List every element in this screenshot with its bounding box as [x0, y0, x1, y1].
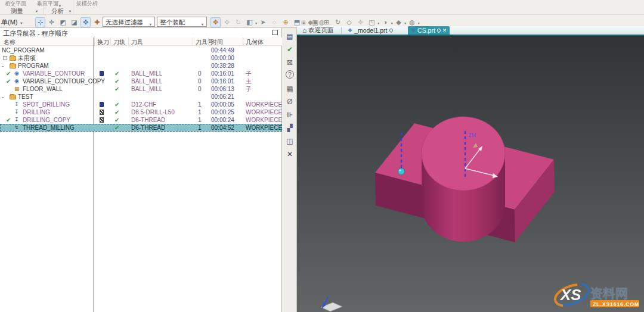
view-triad — [321, 297, 342, 311]
highlight-select-icon[interactable]: ✜ — [80, 17, 91, 27]
column-separator — [110, 38, 111, 46]
tool-number: 1 — [198, 101, 202, 108]
tree-expander[interactable] — [3, 56, 7, 60]
table-row[interactable]: ↯THREAD_MILLING✔D6-THREAD100:04:52WORKPI… — [0, 124, 282, 132]
menu-button[interactable]: 单(M) ▼ — [1, 18, 24, 27]
table-row[interactable]: ↧DRILLING✔D8.5-DRILL-L50100:00:25WORKPIE… — [0, 108, 282, 116]
table-row[interactable]: NC_PROGRAM00:44:49 — [0, 46, 282, 54]
home-icon: ⌂ — [302, 27, 306, 34]
machining-time: 00:04:52 — [211, 124, 234, 132]
hd3d-tools-icon[interactable]: Ø — [284, 96, 295, 107]
watermark: XS 资料网 ZL.XS1616.COM — [551, 280, 642, 312]
tool-tip-ball — [398, 169, 405, 175]
machining-time: 00:44:49 — [211, 46, 234, 54]
ribbon-cut-button-3[interactable]: 拔模分析 — [76, 0, 98, 8]
table-row[interactable]: -TEST00:06:21 — [0, 93, 282, 101]
machining-time: 00:06:21 — [211, 93, 234, 101]
move-object-icon[interactable]: ✥ — [222, 17, 232, 27]
contour-operation-icon: ◉ — [14, 77, 19, 85]
help-icon[interactable]: ? — [286, 70, 294, 79]
column-header-3[interactable]: 刀具 — [131, 38, 143, 46]
toolpath-ok-icon: ✔ — [114, 101, 119, 108]
part-file-icon: ❖ — [348, 27, 352, 33]
column-header-0[interactable]: 名称 — [4, 38, 16, 46]
tool-number: 1 — [198, 124, 202, 132]
tool-number: 1 — [198, 116, 202, 124]
chevron-down-icon[interactable]: ▼ — [35, 10, 39, 13]
drill-operation-icon: ↧ — [14, 108, 19, 116]
assembly-navigator-icon[interactable]: ▤ — [284, 31, 295, 42]
table-row[interactable]: 未用项00:00:00 — [0, 54, 282, 62]
select-face-icon[interactable]: ◩ — [58, 17, 68, 27]
pin-icon[interactable] — [388, 28, 393, 33]
table-row[interactable]: ▦FLOOR_WALL✔BALL_MILL000:06:13子 — [0, 85, 282, 93]
edit-object-display-icon[interactable]: ◧ — [244, 17, 255, 27]
selection-scope-dropdown[interactable]: 整个装配▼ — [157, 17, 207, 27]
select-filter-icon[interactable]: ⊹ — [35, 17, 45, 27]
tree-expander[interactable]: - — [2, 93, 4, 101]
immediate-hide-icon[interactable]: ◌ — [270, 17, 280, 27]
column-header-5[interactable]: 时间 — [211, 38, 223, 46]
row-name: VARIABLE_CONTOUR — [23, 70, 85, 77]
panel-maximize-button[interactable] — [272, 30, 278, 35]
tab-cs-prt[interactable]: ❖CS.prt✕ — [408, 26, 450, 35]
table-row[interactable]: ↧SPOT_DRILLING✔D12-CHF100:00:05WORKPIECE — [0, 101, 282, 108]
row-name: DRILLING_COPY — [23, 116, 70, 124]
measure-group-label[interactable]: 测量 — [11, 7, 23, 15]
row-name: DRILLING — [23, 108, 50, 116]
chevron-down-icon[interactable]: ▾ — [391, 21, 394, 25]
touch-mode-icon[interactable]: ✕ — [284, 149, 295, 160]
tab-----[interactable]: ⌂欢迎页面 — [299, 26, 336, 35]
table-body: NC_PROGRAM00:44:49未用项00:00:00-PROGRAM00:… — [0, 46, 282, 312]
table-row[interactable]: ✔◉VARIABLE_CONTOUR_COPY✔BALL_MILL000:16:… — [0, 77, 282, 85]
tree-expander[interactable]: - — [2, 62, 4, 70]
chevron-down-icon[interactable]: ▼ — [68, 10, 72, 13]
toolpath-ok-icon: ✔ — [114, 70, 119, 77]
table-row[interactable]: ✔↧DRILLING_COPY✔D6-THREAD100:00:24WORKPI… — [0, 116, 282, 124]
close-icon[interactable]: ✕ — [442, 28, 447, 33]
tool-name: BALL_MILL — [131, 77, 162, 85]
analysis-group-label[interactable]: 分析 — [51, 7, 64, 15]
chevron-down-icon[interactable]: ▾ — [404, 21, 407, 25]
column-separator — [193, 38, 193, 46]
show-hide-icon[interactable]: ➤ — [258, 17, 268, 27]
column-header-6[interactable]: 几何体 — [246, 38, 264, 46]
constraint-navigator-icon[interactable]: ✔ — [284, 44, 295, 55]
select-body-icon[interactable]: ◪ — [69, 17, 79, 27]
tab--model1-prt[interactable]: ❖_model1.prt — [345, 26, 396, 35]
row-name: 未用项 — [18, 54, 36, 62]
snapshot-icon[interactable]: ◑ — [380, 17, 391, 27]
column-header-1[interactable]: 换刀 — [97, 38, 109, 46]
tool-name: BALL_MILL — [131, 70, 162, 77]
column-header-2[interactable]: 刀轨 — [113, 38, 125, 46]
part-navigator-icon[interactable]: ⊠ — [284, 57, 295, 68]
selection-filter-dropdown[interactable]: 无选择过滤器▼ — [103, 17, 155, 27]
simulation-navigator-icon[interactable]: ◫ — [284, 136, 295, 146]
row-name: SPOT_DRILLING — [23, 101, 70, 108]
geometry-name: 子 — [246, 70, 252, 77]
reuse-library-icon[interactable]: ▦ — [284, 83, 295, 94]
tool-name: D12-CHF — [131, 101, 156, 108]
table-row[interactable]: -PROGRAM00:38:28 — [0, 62, 282, 70]
table-row[interactable]: ✔◉VARIABLE_CONTOUR✔BALL_MILL000:16:01子 — [0, 70, 282, 77]
snap-point-icon[interactable]: ✛ — [47, 17, 57, 27]
operation-navigator-icon[interactable]: ⊪ — [284, 110, 295, 120]
deselect-all-icon[interactable]: ✚ — [92, 17, 102, 27]
chevron-down-icon[interactable]: ▾ — [255, 21, 258, 25]
wcs-dynamics-icon[interactable]: ⊕ — [281, 17, 291, 27]
rotate-object-icon[interactable]: ↻ — [233, 17, 243, 27]
part-cylinder[interactable] — [422, 117, 505, 242]
geometry-name: WORKPIECE — [246, 101, 282, 108]
toolpath-ok-icon: ✔ — [114, 124, 119, 132]
geometry-name: 主 — [246, 77, 252, 85]
chevron-down-icon[interactable]: ▾ — [377, 21, 380, 25]
graphics-viewport[interactable]: ZM XS 资料网 ZL.XS1616.COM — [297, 36, 644, 312]
thread-operation-icon: ↯ — [14, 124, 19, 132]
pin-icon[interactable] — [436, 28, 441, 33]
tool-change-icon — [100, 110, 104, 115]
grab-handles-icon[interactable]: ✥ — [210, 17, 221, 27]
machine-tool-navigator-icon[interactable]: ▞ — [284, 123, 295, 133]
chevron-down-icon[interactable]: ▾ — [418, 21, 420, 25]
document-tab-bar: ⌂欢迎页面❖_model1.prt❖CS.prt✕ — [297, 26, 644, 36]
toolpath-ok-icon: ✔ — [114, 116, 119, 124]
